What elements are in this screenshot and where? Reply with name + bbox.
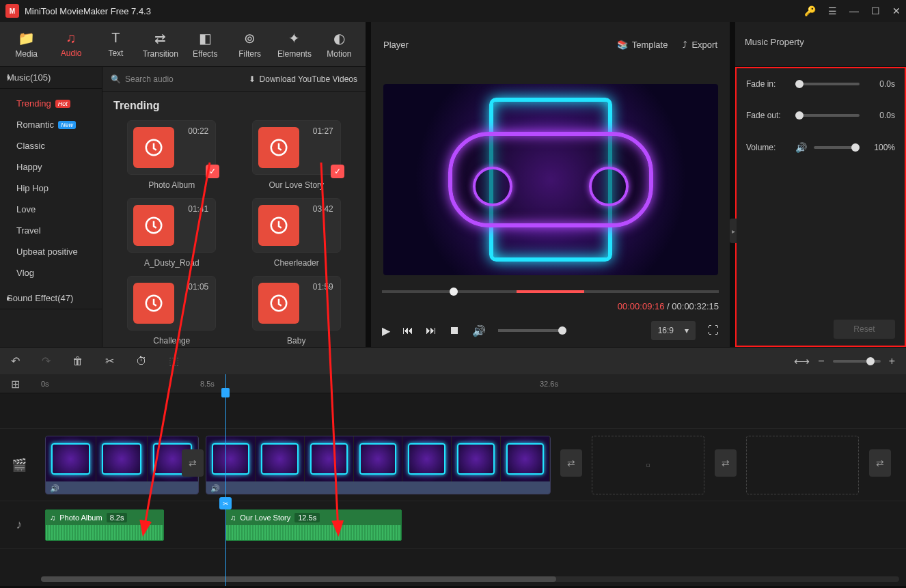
playback-time: 00:00:09:16 / 00:00:32:15 xyxy=(371,298,730,314)
speaker-icon: 🔊 xyxy=(50,484,59,493)
music-icon xyxy=(258,205,299,246)
volume-label: Volume: xyxy=(746,143,788,152)
transition-slot[interactable]: ⇄ xyxy=(869,449,891,477)
track-item[interactable]: 01:27✓ Our Love Story xyxy=(238,120,355,190)
category-trending[interactable]: TrendingHot xyxy=(0,93,102,114)
search-input[interactable]: 🔍Search audio xyxy=(111,74,174,84)
category-upbeat[interactable]: Upbeat positive xyxy=(0,241,102,262)
audio-track-icon: ♪ xyxy=(0,518,38,532)
transition-slot[interactable]: ⇄ xyxy=(715,449,737,477)
delete-button[interactable]: 🗑 xyxy=(72,355,83,367)
category-classic[interactable]: Classic xyxy=(0,135,102,156)
reset-button[interactable]: Reset xyxy=(834,320,895,339)
tab-elements[interactable]: ✦Elements xyxy=(273,25,315,64)
music-icon xyxy=(133,283,174,324)
music-icon xyxy=(133,205,174,246)
fade-in-slider[interactable] xyxy=(795,83,860,85)
fade-out-label: Fade out: xyxy=(746,111,788,120)
crop-button[interactable]: ⬚ xyxy=(169,354,179,367)
timeline-scrollbar[interactable] xyxy=(41,576,899,582)
tab-audio[interactable]: ♫Audio xyxy=(50,25,92,64)
fade-in-label: Fade in: xyxy=(746,79,788,89)
hot-badge: Hot xyxy=(55,100,70,108)
category-hiphop[interactable]: Hip Hop xyxy=(0,178,102,199)
fullscreen-button[interactable]: ⛶ xyxy=(708,324,719,337)
tab-transition[interactable]: ⇄Transition xyxy=(139,25,181,64)
category-travel[interactable]: Travel xyxy=(0,220,102,241)
volume-slider[interactable] xyxy=(498,329,566,332)
category-romantic[interactable]: RomanticNew xyxy=(0,114,102,135)
track-item[interactable]: 01:41 A_Dusty_Road xyxy=(113,198,230,268)
new-badge: New xyxy=(58,121,76,129)
video-clip[interactable]: 🔊 xyxy=(206,436,551,494)
category-happy[interactable]: Happy xyxy=(0,156,102,178)
audio-clip[interactable]: ♫Photo Album8.2s xyxy=(45,509,164,541)
timeline[interactable]: ⊞ 0s 8.5s 32.6s ✂ 🎬 🔊 ⇄ 🔊 ⇄ ▫ ⇄ ⇄ xyxy=(0,374,906,586)
player-title: Player xyxy=(383,40,409,50)
prev-frame-button[interactable]: ⏮ xyxy=(402,324,413,337)
empty-clip-slot[interactable] xyxy=(746,436,859,494)
category-love[interactable]: Love xyxy=(0,199,102,220)
next-frame-button[interactable]: ⏭ xyxy=(426,324,437,337)
music-property-panel: Fade in: 0.0s Fade out: 0.0s Volume: 🔊 1… xyxy=(735,67,906,347)
transition-slot[interactable]: ⇄ xyxy=(560,449,582,477)
split-button[interactable]: ✂ xyxy=(105,354,114,367)
export-icon: ⤴ xyxy=(683,40,687,50)
premium-key-icon[interactable]: 🔑 xyxy=(804,5,816,16)
undo-button[interactable]: ↶ xyxy=(11,354,20,367)
aspect-ratio-select[interactable]: 16:9▾ xyxy=(651,321,696,340)
minimize-button[interactable]: — xyxy=(849,5,859,16)
add-track-button[interactable]: ⊞ xyxy=(11,378,20,391)
fit-button[interactable]: ⟷ xyxy=(794,354,810,367)
track-item[interactable]: 03:42 Cheerleader xyxy=(238,198,355,268)
audio-clip[interactable]: ♫Our Love Story12.5s xyxy=(225,509,402,541)
template-button[interactable]: 📚Template xyxy=(617,40,668,50)
track-item[interactable]: 01:05 Challenge xyxy=(113,276,230,346)
redo-button[interactable]: ↷ xyxy=(42,354,51,367)
maximize-button[interactable]: ☐ xyxy=(871,5,880,16)
props-title: Music Property xyxy=(735,22,906,62)
download-youtube-button[interactable]: ⬇Download YouTube Videos xyxy=(249,74,357,84)
check-icon: ✓ xyxy=(206,165,219,178)
hamburger-menu-icon[interactable]: ☰ xyxy=(828,5,837,16)
video-clip[interactable]: 🔊 xyxy=(45,436,199,494)
category-vlog[interactable]: Vlog xyxy=(0,262,102,283)
volume-icon[interactable]: 🔊 xyxy=(472,324,486,337)
scissors-icon: ✂ xyxy=(219,497,232,509)
playback-progress[interactable] xyxy=(371,285,730,298)
zoom-slider[interactable] xyxy=(833,360,881,363)
export-button[interactable]: ⤴Export xyxy=(683,40,717,50)
tab-media[interactable]: 📁Media xyxy=(5,25,47,64)
template-icon: 📚 xyxy=(617,40,628,50)
app-logo: M xyxy=(5,4,19,18)
play-button[interactable]: ▶ xyxy=(382,324,390,337)
tab-filters[interactable]: ⊚Filters xyxy=(229,25,271,64)
track-list-title: Trending xyxy=(102,92,366,120)
filters-icon: ⊚ xyxy=(244,30,256,46)
zoom-out-button[interactable]: − xyxy=(818,355,824,367)
tab-motion[interactable]: ◐Motion xyxy=(318,25,360,64)
titlebar: M MiniTool MovieMaker Free 7.4.3 🔑 ☰ — ☐… xyxy=(0,0,906,22)
speaker-icon[interactable]: 🔊 xyxy=(795,142,807,153)
stop-button[interactable]: ⏹ xyxy=(449,324,460,337)
track-item[interactable]: 00:22✓ Photo Album xyxy=(113,120,230,190)
transition-slot[interactable]: ⇄ xyxy=(182,449,204,477)
empty-clip-slot[interactable]: ▫ xyxy=(592,436,704,494)
check-icon: ✓ xyxy=(331,165,344,178)
tab-text[interactable]: TText xyxy=(95,25,137,64)
speed-button[interactable]: ⏱ xyxy=(136,355,147,367)
track-item[interactable]: 01:59 Baby xyxy=(238,276,355,346)
zoom-in-button[interactable]: + xyxy=(889,355,895,367)
music-category-header[interactable]: ▾Music(105) xyxy=(0,67,102,89)
fade-out-slider[interactable] xyxy=(795,114,860,117)
volume-slider[interactable] xyxy=(814,146,860,149)
collapse-panel-button[interactable]: ▸ xyxy=(730,219,737,243)
effects-icon: ◧ xyxy=(199,30,212,46)
close-button[interactable]: ✕ xyxy=(892,5,901,16)
soundeffect-category-header[interactable]: ▸Sound Effect(47) xyxy=(0,288,102,309)
search-icon: 🔍 xyxy=(111,74,121,84)
music-note-icon: ♫ xyxy=(230,514,236,522)
tab-effects[interactable]: ◧Effects xyxy=(184,25,226,64)
playhead[interactable]: ✂ xyxy=(225,374,226,586)
video-preview[interactable] xyxy=(383,84,718,275)
